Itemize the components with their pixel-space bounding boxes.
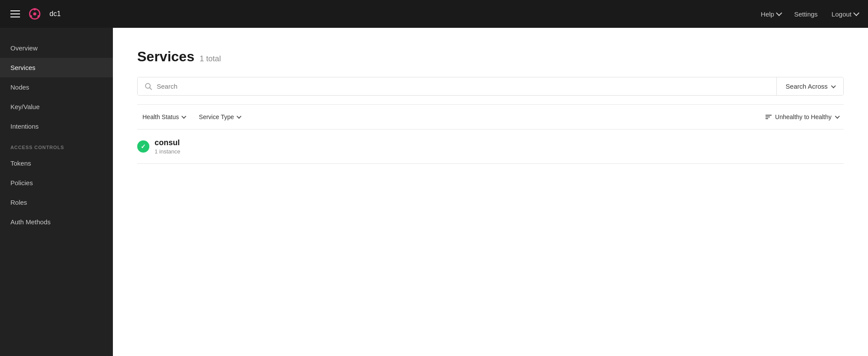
sort-icon [766,115,772,119]
settings-link[interactable]: Settings [794,10,818,18]
sort-button[interactable]: Unhealthy to Healthy [760,111,844,123]
service-type-filter[interactable]: Service Type [194,111,245,123]
svg-point-2 [33,12,36,15]
health-status-icon: ✓ [137,140,149,153]
dc-label: dc1 [50,10,61,18]
svg-line-7 [150,87,152,90]
help-link[interactable]: Help [761,10,780,18]
service-name: consul [155,138,180,147]
sidebar-item-nodes[interactable]: Nodes [0,77,113,97]
search-input[interactable] [157,83,769,90]
page-title: Services [137,49,195,65]
search-icon [145,83,152,90]
page-count: 1 total [200,54,221,63]
sidebar-item-auth-methods[interactable]: Auth Methods [0,212,113,232]
topnav: dc1 Help Settings Logout [0,0,868,28]
health-status-filter[interactable]: Health Status [137,111,190,123]
main-content: Services 1 total Search Across Health St… [113,28,868,356]
svg-point-5 [30,15,32,17]
filters-row: Health Status Service Type Unhealthy to … [137,104,844,130]
health-status-chevron-icon [182,114,186,119]
consul-logo [27,6,43,22]
sidebar-item-keyvalue[interactable]: Key/Value [0,97,113,116]
sidebar-item-roles[interactable]: Roles [0,193,113,212]
service-type-chevron-icon [236,114,241,119]
page-header: Services 1 total [137,49,844,65]
help-chevron-icon [776,10,782,16]
sidebar-item-intentions[interactable]: Intentions [0,116,113,136]
search-across-chevron-icon [831,83,836,88]
access-controls-section-label: ACCESS CONTROLS [0,136,113,153]
sidebar-item-overview[interactable]: Overview [0,38,113,58]
search-row: Search Across [137,77,844,96]
sort-chevron-icon [835,114,840,119]
svg-point-3 [33,8,36,10]
svg-point-4 [37,15,40,17]
service-list: ✓ consul 1 instance [137,130,844,164]
sidebar-item-services[interactable]: Services [0,58,113,77]
sidebar: Overview Services Nodes Key/Value Intent… [0,28,113,356]
search-across-button[interactable]: Search Across [776,77,843,95]
table-row[interactable]: ✓ consul 1 instance [137,130,844,164]
service-instance-count: 1 instance [155,148,180,155]
logout-chevron-icon [853,10,859,16]
sidebar-item-policies[interactable]: Policies [0,173,113,193]
logout-link[interactable]: Logout [832,10,858,18]
hamburger-menu[interactable] [10,10,20,17]
sidebar-item-tokens[interactable]: Tokens [0,153,113,173]
service-info: consul 1 instance [155,138,180,155]
search-input-wrap [138,77,776,95]
